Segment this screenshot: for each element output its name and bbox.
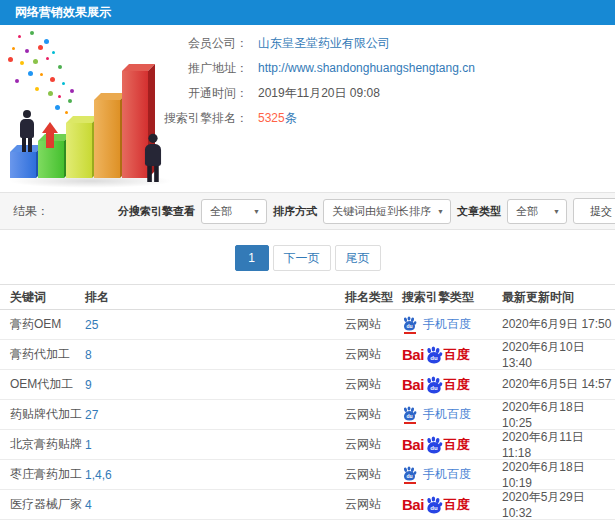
businessman-figure [145,134,161,182]
table-row: 膏药OEM25云网站 du 手机百度2020年6月9日 17:50 [0,310,615,340]
baidu-paw-icon: du [402,466,417,481]
info-value: 2019年11月20日 09:08 [258,81,380,106]
svg-text:du: du [406,323,412,329]
svg-text:du: du [406,413,412,419]
time-cell: 2020年6月11日 11:18 [502,429,615,460]
info-row: 推广地址：http://www.shandonghuangshengtang.c… [133,56,475,81]
keyword-cell: 北京膏药贴牌 [0,436,85,453]
rank-type-cell: 云网站 [345,466,402,483]
filter-controls: 分搜索引擎查看 全部 ▼ 排序方式 关键词由短到长排序 ▼ 文章类型 全部 ▼ … [118,198,615,224]
article-type-value: 全部 [516,204,538,219]
info-row: 会员公司：山东皇圣堂药业有限公司 [133,31,475,56]
rank-type-cell: 云网站 [345,376,402,393]
engine-label: 手机百度 [423,406,471,423]
baidu-logo-bai: Bai [402,436,424,453]
confetti-dot [20,61,24,65]
confetti-dot [38,45,43,50]
table-row: OEM代加工9云网站Bai du 百度2020年6月5日 14:57 [0,370,615,400]
rank-link[interactable]: 4 [85,498,92,512]
rank-cell: 8 [85,348,345,362]
rank-cell: 27 [85,408,345,422]
info-value: 5325条 [258,106,297,131]
column-header: 最新更新时间 [502,289,615,306]
result-label: 结果： [13,203,49,220]
up-arrow-icon [42,122,58,148]
table-row: 医疗器械厂家4云网站Bai du 百度2020年5月29日 10:32 [0,490,615,520]
confetti-dot [70,89,74,93]
baidu-paw-icon: du [425,436,443,454]
page-1-button[interactable]: 1 [235,245,269,271]
sort-value: 关键词由短到长排序 [332,204,431,219]
rank-type-cell: 云网站 [345,406,402,423]
sort-label: 排序方式 [273,204,317,219]
rank-link[interactable]: 25 [85,318,98,332]
time-cell: 2020年6月10日 13:40 [502,339,615,370]
mobile-baidu-icon: du [402,406,417,424]
mobile-baidu-icon: du [402,466,417,484]
column-header: 关键词 [0,289,85,306]
table-row: 药贴牌代加工27云网站 du 手机百度2020年6月18日 10:25 [0,400,615,430]
confetti-dot [35,87,39,91]
time-cell: 2020年5月29日 10:32 [502,489,615,520]
confetti-dot [12,47,15,50]
filter-bar: 结果： 分搜索引擎查看 全部 ▼ 排序方式 关键词由短到长排序 ▼ 文章类型 全… [0,192,615,230]
rank-link[interactable]: 27 [85,408,98,422]
confetti-dot [50,77,55,82]
pagination: 1 下一页 尾页 [0,245,615,271]
info-row: 搜索引擎排名：5325条 [133,106,475,131]
confetti-dot [8,57,13,62]
info-value[interactable]: 山东皇圣堂药业有限公司 [258,31,390,56]
engine-label: 手机百度 [423,316,471,333]
engine-cell: du 手机百度 [402,406,502,424]
last-page-button[interactable]: 尾页 [335,245,381,271]
rank-cell: 9 [85,378,345,392]
rank-type-cell: 云网站 [345,316,402,333]
result-count: 5325 [258,111,285,125]
engine-label: 百度 [444,376,470,394]
rank-type-cell: 云网站 [345,346,402,363]
baidu-logo-bai: Bai [402,376,424,393]
info-label: 会员公司： [133,31,248,56]
keyword-cell: 医疗器械厂家 [0,496,85,513]
baidu-logo-icon: du [425,376,443,394]
rank-link[interactable]: 8 [85,348,92,362]
baidu-logo-bai: Bai [402,496,424,513]
table-row: 北京膏药贴牌1云网站Bai du 百度2020年6月11日 11:18 [0,430,615,460]
confetti-dot [46,57,49,60]
baidu-logo-icon: du [425,346,443,364]
rank-cell: 25 [85,318,345,332]
info-value[interactable]: http://www.shandonghuangshengtang.cn [258,56,475,81]
column-header: 排名类型 [345,289,402,306]
rank-link[interactable]: 1,4,6 [85,468,112,482]
baidu-paw-icon: du [402,406,417,421]
company-info: 会员公司：山东皇圣堂药业有限公司推广地址：http://www.shandong… [133,31,475,131]
info-row: 开通时间：2019年11月20日 09:08 [133,81,475,106]
sort-select[interactable]: 关键词由短到长排序 ▼ [323,199,451,224]
article-type-select[interactable]: 全部 ▼ [507,199,567,224]
engine-filter-select[interactable]: 全部 ▼ [201,199,267,224]
time-cell: 2020年6月5日 14:57 [502,376,615,393]
column-header: 搜索引擎类型 [402,289,502,306]
hero-section: 会员公司：山东皇圣堂药业有限公司推广地址：http://www.shandong… [0,25,615,192]
next-page-button[interactable]: 下一页 [273,245,331,271]
baidu-paw-icon: du [402,316,417,331]
keyword-cell: 药贴牌代加工 [0,406,85,423]
engine-cell: Bai du 百度 [402,496,502,514]
baidu-logo-icon: du [425,496,443,514]
confetti-dot [30,31,34,35]
keyword-cell: 膏药OEM [0,316,85,333]
engine-filter-value: 全部 [210,204,232,219]
rank-link[interactable]: 9 [85,378,92,392]
confetti-dot [40,73,43,76]
submit-button[interactable]: 提交 [573,198,615,224]
rank-cell: 1 [85,438,345,452]
table-body: 膏药OEM25云网站 du 手机百度2020年6月9日 17:50膏药代加工8云… [0,310,615,520]
rank-cell: 4 [85,498,345,512]
baidu-logo-icon: du [425,436,443,454]
svg-text:du: du [406,473,412,479]
info-label: 开通时间： [133,81,248,106]
table-row: 枣庄膏药加工1,4,6云网站 du 手机百度2020年6月18日 10:19 [0,460,615,490]
column-header: 排名 [85,289,345,306]
businessman-figure [20,110,34,152]
rank-link[interactable]: 1 [85,438,92,452]
